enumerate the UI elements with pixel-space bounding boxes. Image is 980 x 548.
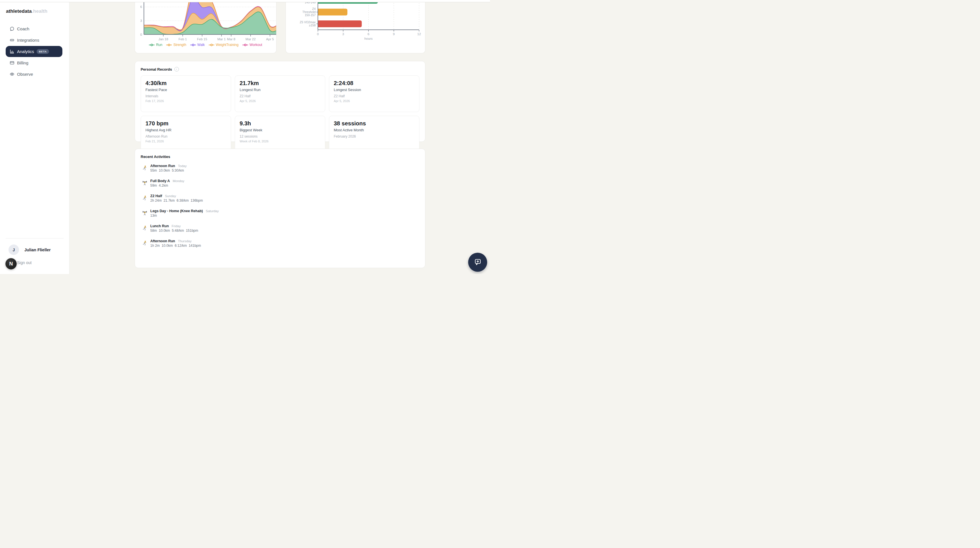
- legend-item-run[interactable]: Run: [149, 43, 162, 47]
- info-icon[interactable]: i: [174, 67, 179, 72]
- svg-text:0: 0: [317, 32, 319, 36]
- svg-text:3: 3: [342, 32, 344, 36]
- activity-row[interactable]: Full Body AMonday59m 4.2km: [142, 179, 419, 188]
- record-source: February 2026: [334, 134, 415, 139]
- sidebar-item-label: Coach: [17, 26, 29, 31]
- chat-bubble-icon: [10, 26, 14, 31]
- activity-day: Friday: [172, 225, 181, 228]
- activity-row[interactable]: Afternoon RunToday55m 10.0km 5:30/km: [142, 164, 419, 172]
- dev-tools-badge[interactable]: N: [5, 258, 17, 269]
- svg-text:150-157: 150-157: [305, 13, 316, 17]
- activity-day: Today: [178, 164, 186, 167]
- link-icon: [10, 38, 14, 43]
- svg-text:hours: hours: [364, 37, 372, 40]
- activity-stats: 59m 4.2km: [150, 183, 184, 188]
- legend-marker-icon: [242, 44, 248, 46]
- personal-records-grid: 4:30/km Fastest Pace Intervals Feb 17, 2…: [141, 75, 419, 152]
- svg-text:Mar 22: Mar 22: [245, 37, 256, 41]
- hr-zones-chart-card: 140-149Z4Threshold150-157Z5 VO2max≥15803…: [286, 2, 425, 53]
- activity-row[interactable]: Legs Day - Home (Knee Rehab)Saturday13m: [142, 209, 419, 218]
- chat-plus-icon: [473, 257, 482, 267]
- record-label: Longest Run: [240, 88, 320, 92]
- top-clipped-strip: [0, 0, 490, 2]
- chart-legend: RunStrengthWalkWeightTrainingWorkout: [135, 43, 276, 47]
- weightlifter-icon: [142, 180, 147, 186]
- record-value: 170 bpm: [145, 120, 226, 127]
- divider: [6, 238, 64, 239]
- sidebar: athletedata.health Coach Integrations An…: [0, 0, 70, 274]
- sidebar-nav: Coach Integrations Analytics BETA Billi: [0, 23, 69, 80]
- activity-title: Full Body A: [150, 179, 170, 183]
- activity-stats: 55m 10.0km 5:30/km: [150, 169, 186, 172]
- sidebar-item-billing[interactable]: Billing: [6, 57, 62, 68]
- svg-text:9: 9: [393, 32, 395, 36]
- svg-text:3: 3: [140, 19, 142, 22]
- sidebar-item-coach[interactable]: Coach: [6, 23, 62, 34]
- legend-item-walk[interactable]: Walk: [190, 43, 205, 47]
- record-value: 9.3h: [240, 120, 320, 127]
- recent-activities-card: Recent Activities Afternoon RunToday55m …: [135, 149, 425, 268]
- sidebar-item-label: Observe: [17, 72, 33, 76]
- svg-text:Feb 15: Feb 15: [197, 37, 207, 41]
- record-label: Most Active Month: [334, 127, 415, 132]
- svg-text:6: 6: [368, 32, 369, 36]
- section-title: Personal Records: [141, 67, 172, 72]
- bar-chart-icon: [10, 49, 14, 54]
- sidebar-item-observe[interactable]: Observe: [6, 68, 62, 80]
- activity-title: Lunch Run: [150, 224, 169, 228]
- runner-icon: [142, 196, 147, 201]
- brand-logo: athletedata.health: [6, 8, 47, 14]
- activity-list: Afternoon RunToday55m 10.0km 5:30/kmFull…: [141, 164, 419, 248]
- record-date: Week of Feb 8, 2026: [240, 139, 320, 143]
- sidebar-item-integrations[interactable]: Integrations: [6, 35, 62, 46]
- record-value: 21.7km: [240, 80, 320, 87]
- record-card: 4:30/km Fastest Pace Intervals Feb 17, 2…: [141, 75, 231, 112]
- section-title: Recent Activities: [141, 155, 170, 159]
- user-name: Julian Flieller: [24, 248, 51, 252]
- record-label: Biggest Week: [240, 127, 320, 132]
- activity-day: Monday: [173, 179, 184, 183]
- activity-title: Z2 Half: [150, 194, 162, 198]
- legend-item-weighttraining[interactable]: WeightTraining: [209, 43, 239, 47]
- activity-stats: 13m: [150, 213, 219, 218]
- runner-icon: [142, 166, 147, 171]
- sign-out-button[interactable]: Sign out: [17, 260, 32, 265]
- sidebar-item-analytics[interactable]: Analytics BETA: [6, 46, 62, 57]
- record-card: 9.3h Biggest Week 12 sessions Week of Fe…: [235, 116, 325, 152]
- record-date: Apr 5, 2026: [334, 99, 415, 103]
- credit-card-icon: [10, 61, 14, 65]
- avatar: J: [8, 244, 19, 255]
- app-root: athletedata.health Coach Integrations An…: [0, 0, 490, 274]
- activity-row[interactable]: Lunch RunFriday58m 10.0km 5:48/km 151bpm: [142, 224, 419, 233]
- legend-item-workout[interactable]: Workout: [242, 43, 262, 47]
- record-value: 4:30/km: [145, 80, 226, 87]
- record-card: 38 sessions Most Active Month February 2…: [329, 116, 419, 152]
- svg-text:0: 0: [140, 33, 142, 36]
- record-card: 2:24:08 Longest Session Z2 Half Apr 5, 2…: [329, 75, 419, 112]
- record-source: Intervals: [145, 94, 226, 99]
- svg-text:≥158: ≥158: [309, 24, 316, 27]
- brand-primary: athletedata: [6, 8, 32, 14]
- record-source: 12 sessions: [240, 134, 320, 139]
- svg-text:Mar 1: Mar 1: [217, 37, 226, 41]
- svg-text:6: 6: [140, 5, 142, 8]
- record-label: Fastest Pace: [145, 88, 226, 92]
- brand-secondary: .health: [32, 8, 48, 14]
- user-profile[interactable]: J Julian Flieller: [8, 244, 51, 255]
- legend-marker-icon: [166, 44, 172, 46]
- activity-title: Afternoon Run: [150, 239, 175, 243]
- weightlifter-icon: [142, 210, 147, 216]
- sidebar-item-label: Integrations: [17, 38, 39, 43]
- svg-text:12: 12: [417, 32, 421, 36]
- activity-row[interactable]: Afternoon RunThursday1h 2m 10.0km 6:12/k…: [142, 239, 419, 248]
- legend-item-strength[interactable]: Strength: [166, 43, 186, 47]
- chat-fab-button[interactable]: [468, 253, 487, 272]
- legend-marker-icon: [190, 44, 196, 46]
- runner-icon: [142, 226, 147, 231]
- record-label: Highest Avg HR: [145, 127, 226, 132]
- activity-row[interactable]: Z2 HalfSunday2h 24m 21.7km 6:38/km 136bp…: [142, 194, 419, 202]
- record-date: Feb 21, 2026: [145, 139, 226, 143]
- svg-text:140-149: 140-149: [305, 2, 316, 4]
- runner-icon: [142, 241, 147, 246]
- beta-badge: BETA: [37, 49, 49, 54]
